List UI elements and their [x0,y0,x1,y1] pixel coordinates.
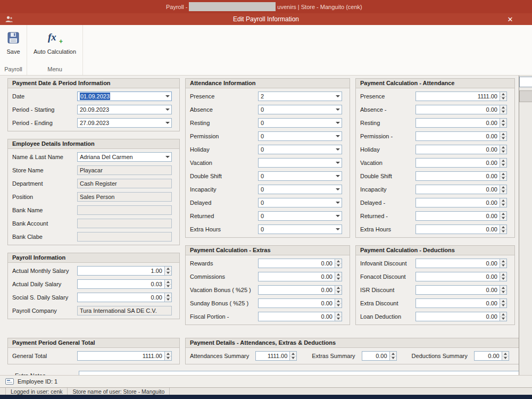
extra-notes-input[interactable] [79,371,525,375]
spin-down-icon[interactable] [500,97,506,101]
field[interactable]: 1111.00 [415,92,507,101]
spin-up-icon[interactable] [500,198,506,203]
chevron-down-icon[interactable] [334,145,342,154]
chevron-down-icon[interactable] [334,132,342,140]
field[interactable]: 1111.00 [77,351,172,361]
field[interactable]: 0.00 [415,158,507,168]
chevron-down-icon[interactable] [334,105,342,114]
field[interactable]: Adriana Del Carmen [77,152,172,162]
spin-up-icon[interactable] [165,293,171,298]
spin-down-icon[interactable] [390,356,396,361]
field[interactable]: 0 [258,118,342,128]
spin-up-icon[interactable] [500,92,506,97]
field[interactable]: 0.00 [258,298,342,308]
field[interactable]: 0.00 [415,312,507,321]
spin-up-icon[interactable] [500,212,506,217]
field[interactable]: 20.09.2023 [77,105,172,114]
field[interactable]: 0.00 [258,259,342,268]
chevron-down-icon[interactable] [334,225,342,234]
field[interactable]: 0.00 [415,259,507,268]
spin-down-icon[interactable] [165,298,171,302]
spin-down-icon[interactable] [165,356,171,361]
field[interactable]: 0.00 [258,285,342,295]
field[interactable]: 0.00 [415,131,507,141]
field[interactable]: Playacar [77,165,172,175]
spin-down-icon[interactable] [500,230,506,234]
spin-up-icon[interactable] [290,352,296,356]
spin-down-icon[interactable] [502,356,509,361]
spin-down-icon[interactable] [335,317,342,321]
field[interactable]: 0.00 [415,225,507,234]
chevron-down-icon[interactable] [163,119,171,127]
spin-up-icon[interactable] [165,352,171,356]
field[interactable]: 2 [258,92,342,101]
save-button[interactable]: Save [1,27,26,56]
spin-down-icon[interactable] [500,137,506,141]
spin-down-icon[interactable] [500,264,506,268]
chevron-down-icon[interactable] [334,119,342,127]
field[interactable]: 0.00 [415,285,507,295]
field[interactable]: 0.00 [258,272,342,281]
spin-up-icon[interactable] [500,312,506,317]
field[interactable]: Tura International SA DE C.V. [77,306,172,315]
spin-up-icon[interactable] [500,299,506,304]
field[interactable]: 0 [258,171,342,181]
field[interactable]: 0 [258,225,342,234]
spin-down-icon[interactable] [165,271,171,276]
field[interactable]: 0.00 [77,293,172,302]
chevron-down-icon[interactable] [334,172,342,180]
spin-up-icon[interactable] [500,132,506,137]
field[interactable]: Sales Person [77,192,172,202]
spin-down-icon[interactable] [335,290,342,295]
field[interactable]: 0.03 [77,279,172,289]
field[interactable]: 01.09.2023 [77,92,172,101]
field[interactable]: 0 [258,211,342,221]
field[interactable]: 0.00 [415,211,507,221]
field[interactable]: 0.00 [415,145,507,154]
spin-down-icon[interactable] [500,190,506,194]
spin-up-icon[interactable] [165,280,171,285]
spin-up-icon[interactable] [500,145,506,150]
spin-up-icon[interactable] [390,352,396,356]
spin-up-icon[interactable] [335,272,342,277]
field[interactable]: 1.00 [77,266,172,276]
field[interactable] [77,232,172,242]
spin-up-icon[interactable] [500,185,506,190]
field[interactable]: 1111.00 [255,351,297,361]
field[interactable]: 0.00 [415,171,507,181]
spin-up-icon[interactable] [500,172,506,177]
field[interactable]: 0.00 [415,198,507,207]
spin-up-icon[interactable] [335,299,342,304]
field[interactable]: Cash Register [77,179,172,188]
spin-down-icon[interactable] [500,110,506,114]
field[interactable]: 0 [258,131,342,141]
spin-down-icon[interactable] [500,203,506,207]
spin-down-icon[interactable] [500,290,506,295]
field[interactable]: 0.00 [415,185,507,194]
chevron-down-icon[interactable] [334,159,342,167]
chevron-down-icon[interactable] [334,212,342,220]
spin-down-icon[interactable] [500,317,506,321]
field[interactable]: 27.09.2023 [77,118,172,128]
spin-up-icon[interactable] [500,272,506,277]
spin-down-icon[interactable] [500,277,506,281]
spin-up-icon[interactable] [500,225,506,230]
chevron-down-icon[interactable] [334,185,342,194]
spin-down-icon[interactable] [335,277,342,281]
chevron-down-icon[interactable] [334,92,342,101]
spin-down-icon[interactable] [500,163,506,168]
chevron-down-icon[interactable] [334,198,342,207]
field[interactable]: 0.00 [415,105,507,114]
spin-down-icon[interactable] [500,217,506,221]
spin-down-icon[interactable] [290,356,296,361]
field[interactable]: 0.00 [258,312,342,321]
chevron-down-icon[interactable] [163,105,171,114]
field[interactable] [77,219,172,228]
chevron-down-icon[interactable] [163,153,171,161]
spin-up-icon[interactable] [500,105,506,110]
spin-up-icon[interactable] [335,259,342,264]
spin-up-icon[interactable] [500,159,506,163]
field[interactable] [258,158,342,168]
field[interactable]: 0.00 [415,118,507,128]
spin-up-icon[interactable] [502,352,509,356]
